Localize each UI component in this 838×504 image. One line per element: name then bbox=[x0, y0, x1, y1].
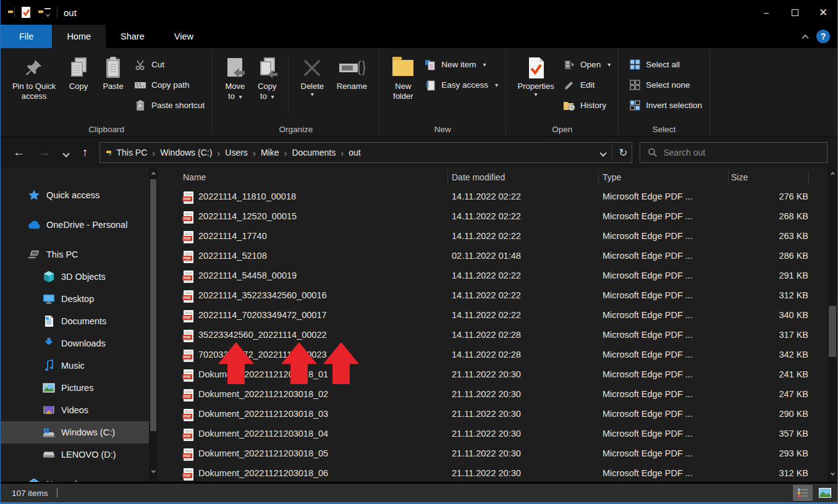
sidebar-item-this-pc[interactable]: This PC bbox=[1, 243, 149, 266]
breadcrumb-item-this-pc[interactable]: This PC bbox=[113, 148, 151, 158]
table-row[interactable]: PDFDokument_20221121203018_0221.11.2022 … bbox=[159, 385, 827, 405]
table-row[interactable]: PDF20221114_12520_0001514.11.2022 02:22M… bbox=[159, 208, 827, 227]
scroll-up-icon[interactable] bbox=[827, 168, 837, 178]
table-row[interactable]: PDF70203349472_20221114_0002314.11.2022 … bbox=[159, 346, 827, 366]
tab-view[interactable]: View bbox=[159, 25, 208, 48]
pdf-file-icon: PDF bbox=[184, 350, 193, 362]
refresh-icon[interactable]: ↻ bbox=[619, 146, 627, 159]
table-row[interactable]: PDF20221114_70203349472_0001714.11.2022 … bbox=[159, 306, 827, 326]
tab-home[interactable]: Home bbox=[52, 25, 106, 48]
file-date-modified: 21.11.2022 20:30 bbox=[452, 409, 521, 419]
table-row[interactable]: PDFDokument_20221121203018_0321.11.2022 … bbox=[159, 405, 827, 425]
customize-qat-caret-icon[interactable] bbox=[44, 8, 51, 17]
select-all-button[interactable]: Select all bbox=[628, 54, 702, 75]
close-button[interactable]: ✕ bbox=[809, 0, 837, 25]
table-row[interactable]: PDF20221114_35223342560_0001614.11.2022 … bbox=[159, 287, 827, 306]
sidebar-scrollbar[interactable] bbox=[149, 168, 158, 482]
maximize-button[interactable] bbox=[781, 0, 809, 25]
edit-button[interactable]: Edit bbox=[563, 75, 611, 95]
scroll-down-icon[interactable] bbox=[149, 466, 158, 476]
forward-button[interactable]: → bbox=[38, 146, 50, 159]
list-scrollbar-thumb[interactable] bbox=[829, 306, 836, 357]
dropdown-arrow-icon: ▾ bbox=[483, 61, 486, 68]
select-none-button[interactable]: Select none bbox=[628, 75, 702, 95]
up-button[interactable]: ↑ bbox=[82, 146, 88, 159]
sidebar-item-windows-c[interactable]: Windows (C:) bbox=[1, 421, 149, 443]
sidebar-item-desktop[interactable]: Desktop bbox=[1, 288, 149, 310]
address-bar[interactable]: ›This PC›Windows (C:)›Users›Mike›Documen… bbox=[99, 142, 632, 163]
breadcrumb-item-documents[interactable]: Documents bbox=[288, 148, 339, 158]
rename-icon bbox=[338, 54, 365, 82]
file-type: Microsoft Edge PDF ... bbox=[603, 211, 708, 221]
table-row[interactable]: PDFDokument_20221121203018_0421.11.2022 … bbox=[159, 425, 827, 445]
pin-to-quick-access-button[interactable]: Pin to Quick access bbox=[7, 53, 61, 103]
recent-locations-chevron-icon[interactable] bbox=[64, 146, 69, 159]
sidebar-item-onedrive-personal[interactable]: OneDrive - Personal bbox=[1, 214, 149, 236]
tab-file[interactable]: File bbox=[1, 25, 52, 48]
list-scrollbar[interactable] bbox=[827, 168, 837, 482]
star-icon bbox=[28, 189, 40, 201]
search-box[interactable]: Search out bbox=[640, 142, 827, 163]
breadcrumb-item-out[interactable]: out bbox=[345, 148, 364, 158]
properties-check-icon[interactable] bbox=[21, 6, 32, 19]
sidebar-item-quick-access[interactable]: Quick access bbox=[1, 184, 149, 206]
easy-access-button[interactable]: Easy access▾ bbox=[424, 75, 498, 95]
table-row[interactable]: PDF35223342560_20221114_0002214.11.2022 … bbox=[159, 326, 827, 346]
thumbnails-view-button[interactable] bbox=[815, 485, 835, 501]
breadcrumb-item-windows-c[interactable]: Windows (C:) bbox=[156, 148, 216, 158]
column-header-name[interactable]: Name bbox=[183, 172, 206, 182]
column-header-size[interactable]: Size bbox=[731, 172, 748, 182]
maximize-icon bbox=[792, 9, 798, 16]
table-row[interactable]: PDF20221114_54458_0001914.11.2022 02:22M… bbox=[159, 267, 827, 287]
open-button[interactable]: Open▾ bbox=[563, 54, 611, 75]
copy-to-button[interactable]: Copy to ▾ bbox=[251, 53, 283, 103]
sidebar-item-pictures[interactable]: Pictures bbox=[1, 377, 149, 399]
column-header-type[interactable]: Type bbox=[603, 172, 621, 182]
sidebar-item-label: Quick access bbox=[46, 190, 99, 200]
copy-path-button[interactable]: \\...Copy path bbox=[134, 75, 205, 95]
details-view-button[interactable] bbox=[793, 485, 813, 501]
history-button[interactable]: History bbox=[563, 95, 611, 116]
collapse-ribbon-button[interactable] bbox=[803, 32, 808, 41]
sidebar-scrollbar-thumb[interactable] bbox=[150, 179, 156, 431]
table-row[interactable]: PDF20221114_5210802.11.2022 01:48Microso… bbox=[159, 247, 827, 267]
invert-selection-button[interactable]: Invert selection bbox=[628, 95, 702, 116]
breadcrumb-separator-icon: › bbox=[152, 148, 155, 158]
ribbon-small-stack: Select allSelect noneInvert selection bbox=[628, 54, 702, 116]
back-button[interactable]: ← bbox=[13, 146, 25, 159]
paste-shortcut-button[interactable]: Paste shortcut bbox=[134, 95, 205, 116]
rename-button[interactable]: Rename bbox=[331, 53, 373, 93]
tab-share[interactable]: Share bbox=[106, 25, 159, 48]
new-folder-button[interactable]: New folder bbox=[386, 53, 420, 103]
scroll-down-icon[interactable] bbox=[827, 468, 837, 478]
column-header-date-modified[interactable]: Date modified bbox=[452, 172, 505, 182]
move-to-button[interactable]: Move to ▾ bbox=[219, 53, 251, 103]
sidebar-item-videos[interactable]: Videos bbox=[1, 399, 149, 421]
breadcrumb-item-users[interactable]: Users bbox=[221, 148, 252, 158]
paste-button[interactable]: Paste bbox=[96, 53, 130, 93]
help-button[interactable]: ? bbox=[816, 30, 830, 43]
copy-button[interactable]: Copy bbox=[61, 53, 96, 93]
file-size: 312 KB bbox=[717, 468, 808, 478]
pdf-file-icon: PDF bbox=[184, 211, 193, 224]
pin-icon bbox=[25, 54, 43, 82]
scroll-up-icon[interactable] bbox=[149, 168, 158, 178]
sidebar-item-documents[interactable]: Documents bbox=[1, 310, 149, 332]
table-row[interactable]: PDFDokument_20221121203018_0621.11.2022 … bbox=[159, 464, 827, 482]
delete-button[interactable]: Delete▾ bbox=[294, 53, 331, 98]
sidebar-item-lenovo-d[interactable]: LENOVO (D:) bbox=[1, 443, 149, 466]
table-row[interactable]: PDFDokument_20221121203018_0121.11.2022 … bbox=[159, 366, 827, 385]
sidebar-item-3d-objects[interactable]: 3D Objects bbox=[1, 266, 149, 288]
sidebar-item-network[interactable]: Network bbox=[1, 473, 149, 482]
properties-button[interactable]: Properties▾ bbox=[512, 53, 559, 98]
address-dropdown-chevron-icon[interactable] bbox=[601, 148, 606, 158]
breadcrumb-item-mike[interactable]: Mike bbox=[257, 148, 283, 158]
sidebar-item-downloads[interactable]: Downloads bbox=[1, 332, 149, 355]
table-row[interactable]: PDF20221114_11810_0001814.11.2022 02:22M… bbox=[159, 188, 827, 208]
table-row[interactable]: PDFDokument_20221121203018_0521.11.2022 … bbox=[159, 445, 827, 464]
cut-button[interactable]: Cut bbox=[134, 54, 205, 75]
sidebar-item-music[interactable]: Music bbox=[1, 355, 149, 377]
new-item-button[interactable]: New item▾ bbox=[424, 54, 498, 75]
table-row[interactable]: PDF20221114_1774014.11.2022 02:22Microso… bbox=[159, 227, 827, 247]
minimize-button[interactable]: – bbox=[752, 0, 781, 25]
